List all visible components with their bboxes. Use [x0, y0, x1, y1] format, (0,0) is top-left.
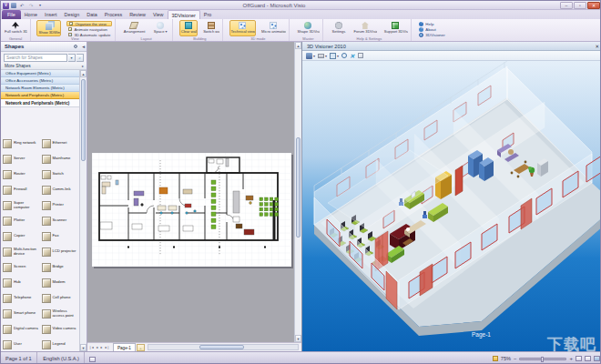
page-tab[interactable]: Page-1: [113, 343, 136, 351]
shape-item[interactable]: Mainframe: [41, 151, 80, 167]
shape-item[interactable]: Scanner: [41, 213, 80, 228]
scrollbar-thumb[interactable]: [296, 137, 300, 238]
zoom-slider[interactable]: [519, 358, 566, 360]
tab-3dvisioner[interactable]: 3DVisioner: [168, 10, 200, 19]
last-page-icon[interactable]: ▸❘: [104, 345, 111, 349]
display-icon[interactable]: ▾: [330, 53, 339, 59]
technical-view-button[interactable]: Technical view (3D): [229, 20, 256, 36]
shape-item[interactable]: Bridge: [41, 259, 80, 275]
shapes-scrollbar[interactable]: ▲ ▼: [79, 70, 87, 351]
tab-home[interactable]: Home: [21, 10, 41, 19]
maximize-button[interactable]: ▫: [574, 2, 586, 9]
stencil-bar[interactable]: Office Equipment (Metric): [1, 70, 87, 77]
search-icon[interactable]: ⌕: [76, 54, 84, 62]
forum-button[interactable]: Forum 3DVisioner: [351, 20, 378, 36]
shape-3dvisioner-button[interactable]: Shape 3DVisioner: [295, 20, 321, 36]
canvas-horizontal-scrollbar[interactable]: [148, 344, 299, 350]
insert-page-icon[interactable]: +: [137, 344, 145, 351]
tab-design[interactable]: Design: [61, 10, 84, 19]
zoom-slider-thumb[interactable]: [541, 357, 544, 362]
shape-item[interactable]: Switch: [41, 167, 80, 182]
zoom-level[interactable]: 75%: [501, 356, 511, 361]
clear-walls-button[interactable]: Clear walls: [179, 20, 198, 36]
scroll-down-icon[interactable]: ▼: [295, 335, 301, 342]
settings-button[interactable]: Settings: [330, 20, 348, 36]
tab-review[interactable]: Review: [126, 10, 149, 19]
viewer-close-icon[interactable]: ✕: [595, 42, 599, 51]
animate-navigation-checkbox[interactable]: ✓ Animate navigation: [66, 26, 112, 32]
shape-item[interactable]: Plotter: [2, 213, 41, 228]
shape-item[interactable]: Smart phone: [2, 306, 41, 321]
shape-item[interactable]: User: [2, 337, 41, 351]
full-switch-3d-button[interactable]: Full switch 3Dview: [3, 20, 28, 36]
shape-item[interactable]: Fax: [41, 228, 80, 244]
shape-item[interactable]: Hub: [2, 275, 41, 290]
shape-item[interactable]: Comm-link: [41, 182, 80, 197]
shape-item[interactable]: Cell phone: [41, 290, 80, 306]
shape-item[interactable]: Super computer: [2, 197, 41, 213]
shape-item[interactable]: Ring network: [2, 136, 41, 151]
fullscreen-icon[interactable]: [358, 53, 363, 58]
print-icon[interactable]: ▾: [318, 53, 327, 59]
show-3d-window-button[interactable]: Show 3DWindow: [36, 20, 61, 36]
shape-item[interactable]: Digital camera: [2, 321, 41, 337]
shape-item[interactable]: Video camera: [41, 321, 80, 337]
search-input[interactable]: [4, 54, 67, 62]
shape-item[interactable]: Modem: [41, 275, 80, 290]
micro-animation-button[interactable]: Micro animation (3D): [260, 20, 287, 36]
tab-pro[interactable]: Pro: [200, 10, 215, 19]
scroll-up-icon[interactable]: ▲: [295, 42, 301, 49]
shape-item[interactable]: Legend: [41, 337, 80, 351]
zoom-out-icon[interactable]: −: [514, 353, 517, 364]
first-page-icon[interactable]: ❘◂: [87, 345, 95, 349]
arrangement-button[interactable]: Arrangement ▾: [122, 20, 147, 36]
shape-item[interactable]: Server: [2, 151, 41, 167]
scrollbar-thumb[interactable]: [81, 79, 86, 161]
stencil-bar[interactable]: Office Accessories (Metric): [1, 77, 87, 85]
viewer-title-bar[interactable]: 3D Visioner 2010 ✕: [302, 42, 601, 51]
tab-file[interactable]: File: [2, 10, 21, 19]
zoom-window-icon[interactable]: [341, 53, 347, 58]
page-count-status[interactable]: Page 1 of 1: [1, 352, 37, 364]
scroll-up-icon[interactable]: ▲: [80, 70, 87, 77]
close-button[interactable]: ✕: [587, 2, 600, 9]
spellcheck-icon[interactable]: [87, 352, 98, 364]
support-button[interactable]: Support 3DVisioner: [382, 20, 409, 36]
language-status[interactable]: English (U.S.A.): [38, 352, 85, 364]
fullscreen-icon[interactable]: [594, 356, 600, 361]
switch-walls-button[interactable]: Switch walls: [201, 20, 220, 36]
shape-item[interactable]: Router: [2, 167, 41, 182]
tab-view[interactable]: View: [149, 10, 168, 19]
shape-item[interactable]: Wireless access point: [41, 306, 80, 321]
3dvisioner-site-link[interactable]: 3DVisioner: [419, 32, 444, 37]
macro-record-icon[interactable]: [493, 356, 498, 361]
shape-item[interactable]: Ethernet: [41, 136, 80, 151]
canvas-vertical-scrollbar[interactable]: ▲ ▼: [294, 42, 301, 342]
tab-data[interactable]: Data: [83, 10, 100, 19]
fit-icon[interactable]: ✕: [350, 53, 354, 59]
more-shapes-button[interactable]: More Shapes▸: [1, 63, 87, 70]
scroll-down-icon[interactable]: ▼: [80, 344, 87, 351]
stencil-bar[interactable]: Network and Peripherals (Metric)▲▼: [1, 92, 87, 99]
shape-item[interactable]: Multi-function device: [2, 244, 41, 259]
search-dropdown-icon[interactable]: ▾: [68, 54, 76, 62]
drawing-canvas[interactable]: ▲ ▼ ❘◂ ◂ ▸ ▸❘ Page-1 +: [87, 42, 301, 351]
shape-item[interactable]: Printer: [41, 197, 80, 213]
panel-collapse-icon[interactable]: ◂: [82, 42, 85, 52]
shape-item[interactable]: Screen: [2, 259, 41, 275]
fit-width-icon[interactable]: [576, 356, 582, 361]
fit-page-icon[interactable]: [585, 356, 591, 361]
drawing-page[interactable]: [92, 153, 291, 267]
shape-item[interactable]: Telephone: [2, 290, 41, 306]
minimize-button[interactable]: –: [560, 2, 573, 9]
pin-icon[interactable]: [74, 45, 77, 48]
shape-item[interactable]: Copier: [2, 228, 41, 244]
3d-viewport[interactable]: Page-1: [302, 61, 601, 351]
active-stencil-header[interactable]: Network and Peripherals (Metric): [1, 99, 87, 107]
tab-insert[interactable]: Insert: [41, 10, 60, 19]
space-button[interactable]: Space ▾: [150, 20, 170, 36]
tab-process[interactable]: Process: [101, 10, 126, 19]
shape-item[interactable]: LCD projector: [41, 244, 80, 259]
stencil-bar[interactable]: Network Room Elements (Metric): [1, 85, 87, 92]
save-icon[interactable]: ▾: [306, 53, 315, 59]
